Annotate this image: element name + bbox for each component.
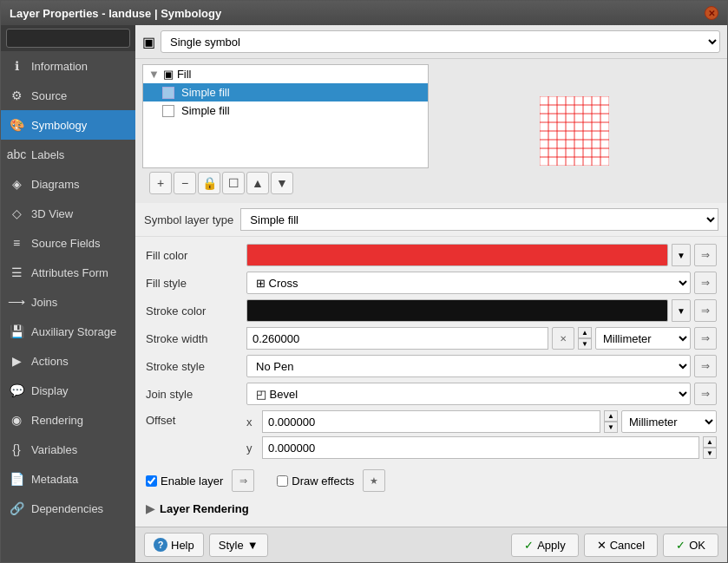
- stroke-width-up-btn[interactable]: ▲: [578, 327, 592, 338]
- layer-rendering-arrow: ▶: [146, 502, 154, 515]
- tree-label-0: Fill: [177, 68, 192, 81]
- fill-style-data-btn[interactable]: ⇒: [694, 272, 717, 294]
- offset-row: Offset x ▲ ▼ Millimeter: [146, 410, 717, 459]
- sidebar-label-sourcefields: Source Fields: [31, 237, 100, 250]
- sidebar-item-information[interactable]: ℹInformation: [1, 51, 135, 81]
- draw-effects-checkbox[interactable]: [277, 475, 288, 487]
- add-layer-button[interactable]: +: [149, 172, 172, 194]
- right-panel: ▣ Single symbol ▼ ▣ FillSimple fillSimpl…: [135, 25, 727, 562]
- tree-icon-2: [162, 105, 174, 117]
- sidebar-item-sourcefields[interactable]: ≡Source Fields: [1, 228, 135, 258]
- title: Layer Properties - landuse | Symbology: [10, 7, 221, 20]
- sidebar-item-joins[interactable]: ⟶Joins: [1, 287, 135, 317]
- join-style-data-btn[interactable]: ⇒: [694, 383, 717, 405]
- dialog: Layer Properties - landuse | Symbology ✕…: [0, 0, 728, 563]
- enable-layer-label[interactable]: Enable layer: [146, 475, 223, 488]
- tree-toolbar: + − 🔒 ☐ ▲ ▼: [142, 168, 429, 198]
- stroke-width-unit-select[interactable]: Millimeter: [595, 327, 691, 350]
- offset-y-down-btn[interactable]: ▼: [703, 448, 717, 459]
- sidebar-item-labels[interactable]: abcLabels: [1, 140, 135, 169]
- sidebar-item-auxiliarystorage[interactable]: 💾Auxiliary Storage: [1, 317, 135, 346]
- sidebar-label-metadata: Metadata: [31, 473, 78, 486]
- stroke-color-dropdown-arrow[interactable]: ▼: [672, 299, 691, 322]
- sidebar-label-source: Source: [31, 89, 67, 102]
- fill-color-row: Fill color ▼ ⇒: [146, 244, 717, 266]
- properties-panel: Fill color ▼ ⇒ Fill style ⊞ Cross ⇒: [135, 237, 727, 527]
- symbol-area: ▼ ▣ FillSimple fillSimple fill + − 🔒 ☐ ▲…: [135, 59, 727, 203]
- enable-layer-checkbox[interactable]: [146, 475, 157, 487]
- apply-label: Apply: [537, 539, 566, 552]
- sidebar-item-3dview[interactable]: ◇3D View: [1, 199, 135, 228]
- fill-style-select[interactable]: ⊞ Cross: [246, 272, 691, 294]
- sidebar-item-diagrams[interactable]: ◈Diagrams: [1, 169, 135, 199]
- stroke-width-input[interactable]: [246, 327, 548, 350]
- offset-y-up-btn[interactable]: ▲: [703, 436, 717, 448]
- tree-item-0[interactable]: ▼ ▣ Fill: [143, 65, 428, 83]
- enable-row: Enable layer ⇒ Draw effects ★: [146, 464, 717, 497]
- help-icon: ?: [154, 538, 167, 552]
- remove-layer-button[interactable]: −: [174, 172, 196, 194]
- stroke-style-label: Stroke style: [146, 360, 241, 373]
- fill-color-data-btn[interactable]: ⇒: [694, 244, 717, 266]
- offset-y-input[interactable]: [262, 436, 699, 459]
- stroke-style-select[interactable]: No Pen: [246, 355, 691, 377]
- duplicate-layer-button[interactable]: ☐: [222, 172, 245, 194]
- tree-label-1: Simple fill: [181, 86, 230, 99]
- sidebar-item-rendering[interactable]: ◉Rendering: [1, 405, 135, 435]
- ok-button[interactable]: ✓ OK: [663, 534, 718, 557]
- sidebar-item-dependencies[interactable]: 🔗Dependencies: [1, 494, 135, 523]
- offset-x-spinners: ▲ ▼: [604, 410, 618, 433]
- close-button[interactable]: ✕: [705, 6, 718, 20]
- tree-item-1[interactable]: Simple fill: [143, 83, 428, 101]
- stroke-width-clear-btn[interactable]: ✕: [552, 327, 574, 350]
- sourcefields-icon: ≡: [8, 234, 25, 252]
- sidebar-label-3dview: 3D View: [31, 207, 73, 220]
- sidebar-item-actions[interactable]: ▶Actions: [1, 346, 135, 376]
- offset-unit-select[interactable]: Millimeter: [621, 410, 717, 433]
- draw-effects-icon-btn[interactable]: ★: [363, 469, 385, 492]
- sidebar: ℹInformation⚙Source🎨SymbologyabcLabels◈D…: [1, 25, 135, 562]
- offset-x-down-btn[interactable]: ▼: [604, 422, 618, 433]
- layer-rendering-header[interactable]: ▶ Layer Rendering: [146, 497, 717, 519]
- fill-color-bar[interactable]: [246, 244, 668, 266]
- stroke-color-bar[interactable]: [246, 299, 668, 322]
- cancel-button[interactable]: ✕ Cancel: [584, 534, 658, 557]
- sidebar-item-attributesform[interactable]: ☰Attributes Form: [1, 258, 135, 287]
- cancel-label: Cancel: [610, 539, 645, 552]
- offset-x-input[interactable]: [262, 410, 600, 433]
- symbol-layer-type-select[interactable]: Simple fill: [240, 208, 718, 231]
- stroke-width-down-btn[interactable]: ▼: [578, 338, 592, 350]
- enable-layer-data-btn[interactable]: ⇒: [232, 469, 254, 492]
- stroke-color-row: Stroke color ▼ ⇒: [146, 299, 717, 322]
- symbol-type-dropdown[interactable]: Single symbol: [161, 30, 720, 53]
- stroke-style-data-btn[interactable]: ⇒: [694, 355, 717, 377]
- sidebar-item-symbology[interactable]: 🎨Symbology: [1, 110, 135, 140]
- move-up-button[interactable]: ▲: [246, 172, 269, 194]
- join-style-select[interactable]: ◰ Bevel: [246, 383, 691, 405]
- sidebar-label-rendering: Rendering: [31, 414, 83, 427]
- offset-x-up-btn[interactable]: ▲: [604, 410, 618, 422]
- lock-layer-button[interactable]: 🔒: [198, 172, 220, 194]
- fill-style-label: Fill style: [146, 277, 241, 290]
- move-down-button[interactable]: ▼: [271, 172, 293, 194]
- stroke-width-data-btn[interactable]: ⇒: [694, 327, 717, 350]
- sidebar-item-variables[interactable]: {}Variables: [1, 435, 135, 464]
- fill-color-dropdown-arrow[interactable]: ▼: [672, 244, 691, 266]
- stroke-color-data-btn[interactable]: ⇒: [694, 299, 717, 322]
- grid-preview-svg: [540, 96, 609, 166]
- stroke-color-control: ▼ ⇒: [246, 299, 717, 322]
- draw-effects-label[interactable]: Draw effects: [277, 475, 354, 488]
- joins-icon: ⟶: [8, 293, 25, 311]
- symbol-tree: ▼ ▣ FillSimple fillSimple fill: [142, 64, 429, 168]
- apply-icon: ✓: [524, 539, 534, 552]
- sidebar-item-source[interactable]: ⚙Source: [1, 81, 135, 110]
- apply-button[interactable]: ✓ Apply: [511, 534, 579, 557]
- sidebar-item-metadata[interactable]: 📄Metadata: [1, 464, 135, 494]
- dependencies-icon: 🔗: [8, 500, 25, 517]
- style-button[interactable]: Style ▼: [209, 534, 268, 557]
- offset-x-label: x: [246, 416, 259, 429]
- help-button[interactable]: ? Help: [144, 533, 204, 557]
- sidebar-item-display[interactable]: 💬Display: [1, 376, 135, 405]
- search-input[interactable]: [6, 29, 130, 48]
- tree-item-2[interactable]: Simple fill: [143, 101, 428, 120]
